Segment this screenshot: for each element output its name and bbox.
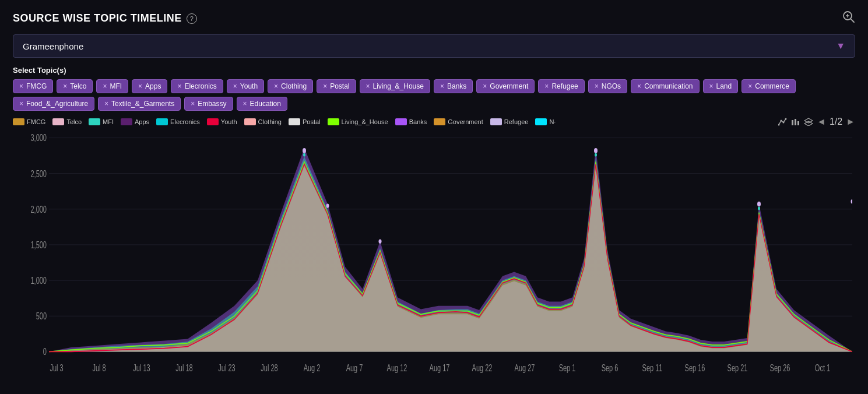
svg-text:Jul 8: Jul 8 xyxy=(92,363,106,373)
svg-text:Sep 26: Sep 26 xyxy=(770,363,790,373)
svg-text:Jul 3: Jul 3 xyxy=(50,363,64,373)
topic-tag-living-house[interactable]: ×Living_&_House xyxy=(360,79,430,93)
line-chart-icon[interactable] xyxy=(778,118,788,126)
svg-point-5 xyxy=(781,120,782,122)
legend-dot-telco xyxy=(52,118,64,125)
topics-container: ×FMCG ×Telco ×MFI ×Apps ×Elecronics ×You… xyxy=(13,79,855,111)
legend-youth: Youth xyxy=(207,118,237,125)
svg-rect-8 xyxy=(792,120,793,125)
legend-clothing: Clothing xyxy=(244,118,282,125)
legend-government: Government xyxy=(434,118,483,125)
layers-icon[interactable] xyxy=(804,118,813,126)
topic-tag-clothing[interactable]: ×Clothing xyxy=(268,79,313,93)
svg-text:Jul 13: Jul 13 xyxy=(133,363,150,373)
svg-text:Sep 6: Sep 6 xyxy=(602,363,619,373)
svg-text:Aug 12: Aug 12 xyxy=(387,363,407,373)
chart-dots-teal xyxy=(303,153,760,210)
legend-n: N· xyxy=(535,118,556,125)
svg-point-28 xyxy=(303,148,306,153)
legend-dot-government xyxy=(434,118,445,125)
legend-dot-clothing xyxy=(244,118,256,125)
legend-dot-refugee xyxy=(490,118,502,125)
svg-text:Jul 23: Jul 23 xyxy=(218,363,236,373)
legend-elecronics: Elecronics xyxy=(156,118,200,125)
svg-point-30 xyxy=(379,240,382,244)
legend-refugee: Refugee xyxy=(490,118,529,125)
topic-tag-youth[interactable]: ×Youth xyxy=(227,79,264,93)
topic-tag-embassy[interactable]: ×Embassy xyxy=(184,97,233,111)
main-container: SOURCE WISE TOPIC TIMELINE ? Grameenphon… xyxy=(0,0,868,394)
legend-dot-mfi xyxy=(89,118,100,125)
topic-tag-mfi[interactable]: ×MFI xyxy=(96,79,128,93)
next-page-arrow[interactable]: ► xyxy=(846,117,855,127)
svg-text:Aug 27: Aug 27 xyxy=(515,363,535,373)
chart-dots xyxy=(303,148,854,244)
svg-point-29 xyxy=(326,203,329,207)
svg-point-35 xyxy=(595,153,597,157)
svg-point-33 xyxy=(851,199,854,203)
source-dropdown-wrapper: Grameenphone ▼ xyxy=(13,34,855,58)
bar-chart-icon[interactable] xyxy=(791,118,800,126)
timeline-chart[interactable]: 3,000 2,500 2,000 1,500 1,000 500 0 xyxy=(13,129,855,388)
topic-tag-fmcg[interactable]: ×FMCG xyxy=(13,79,53,93)
topic-tag-textile-garments[interactable]: ×Textile_&_Garments xyxy=(98,97,181,111)
topic-tag-elecronics[interactable]: ×Elecronics xyxy=(171,79,223,93)
legend-dot-n xyxy=(535,118,547,125)
prev-page-arrow[interactable]: ◄ xyxy=(817,117,826,127)
topic-tag-banks[interactable]: ×Banks xyxy=(434,79,473,93)
svg-rect-9 xyxy=(795,119,796,125)
svg-text:Jul 28: Jul 28 xyxy=(261,363,278,373)
legend-postal: Postal xyxy=(289,118,321,125)
topic-tag-refugee[interactable]: ×Refugee xyxy=(538,79,584,93)
svg-text:Sep 16: Sep 16 xyxy=(685,363,705,373)
select-topic-label: Select Topic(s) xyxy=(13,66,855,75)
svg-text:Aug 22: Aug 22 xyxy=(472,363,493,373)
topic-tag-food-agriculture[interactable]: ×Food_&_Agriculture xyxy=(13,97,94,111)
svg-point-6 xyxy=(783,122,785,124)
svg-text:0: 0 xyxy=(43,347,47,357)
page-indicator: 1/2 xyxy=(830,117,842,127)
svg-text:Sep 1: Sep 1 xyxy=(559,363,576,373)
legend-fmcg: FMCG xyxy=(13,118,45,125)
svg-text:Oct 1: Oct 1 xyxy=(815,363,830,373)
dropdown-arrow-icon: ▼ xyxy=(836,41,845,51)
svg-text:2,000: 2,000 xyxy=(30,205,47,214)
svg-text:Sep 11: Sep 11 xyxy=(642,363,663,373)
topic-tag-apps[interactable]: ×Apps xyxy=(132,79,167,93)
svg-text:Aug 2: Aug 2 xyxy=(304,363,321,373)
topic-tag-land[interactable]: ×Land xyxy=(703,79,739,93)
svg-point-34 xyxy=(303,153,305,157)
topic-tag-commerce[interactable]: ×Commerce xyxy=(742,79,796,93)
zoom-icon[interactable] xyxy=(842,10,855,26)
svg-text:3,000: 3,000 xyxy=(30,133,47,143)
topic-tag-education[interactable]: ×Education xyxy=(237,97,287,111)
svg-text:500: 500 xyxy=(36,311,47,321)
svg-text:2,500: 2,500 xyxy=(30,169,47,179)
topic-tag-communication[interactable]: ×Communication xyxy=(631,79,699,93)
topic-tag-postal[interactable]: ×Postal xyxy=(317,79,356,93)
svg-point-32 xyxy=(757,202,761,207)
svg-point-36 xyxy=(758,206,760,210)
topic-tag-ngos[interactable]: ×NGOs xyxy=(588,79,627,93)
x-axis: Jul 3 Jul 8 Jul 13 Jul 18 Jul 23 Jul 28 … xyxy=(50,363,830,373)
legend-banks: Banks xyxy=(395,118,427,125)
legend-telco: Telco xyxy=(52,118,82,125)
svg-text:Aug 17: Aug 17 xyxy=(430,363,450,373)
svg-text:Aug 7: Aug 7 xyxy=(346,363,363,373)
topic-tag-government[interactable]: ×Government xyxy=(476,79,535,93)
page-title: SOURCE WISE TOPIC TIMELINE xyxy=(13,12,182,24)
topic-tag-telco[interactable]: ×Telco xyxy=(57,79,93,93)
legend-dot-fmcg xyxy=(13,118,24,125)
svg-rect-10 xyxy=(797,121,799,125)
title-area: SOURCE WISE TOPIC TIMELINE ? xyxy=(13,12,197,24)
chart-wrapper: 3,000 2,500 2,000 1,500 1,000 500 0 xyxy=(13,129,855,388)
svg-line-1 xyxy=(851,19,855,23)
legend-dot-apps xyxy=(121,118,132,125)
svg-point-7 xyxy=(785,118,787,120)
info-icon[interactable]: ? xyxy=(187,13,197,24)
source-dropdown[interactable]: Grameenphone ▼ xyxy=(13,34,855,58)
legend-dot-banks xyxy=(395,118,407,125)
legend-living-house: Living_&_House xyxy=(328,118,388,125)
legend-dot-postal xyxy=(289,118,300,125)
dropdown-value: Grameenphone xyxy=(23,41,83,51)
